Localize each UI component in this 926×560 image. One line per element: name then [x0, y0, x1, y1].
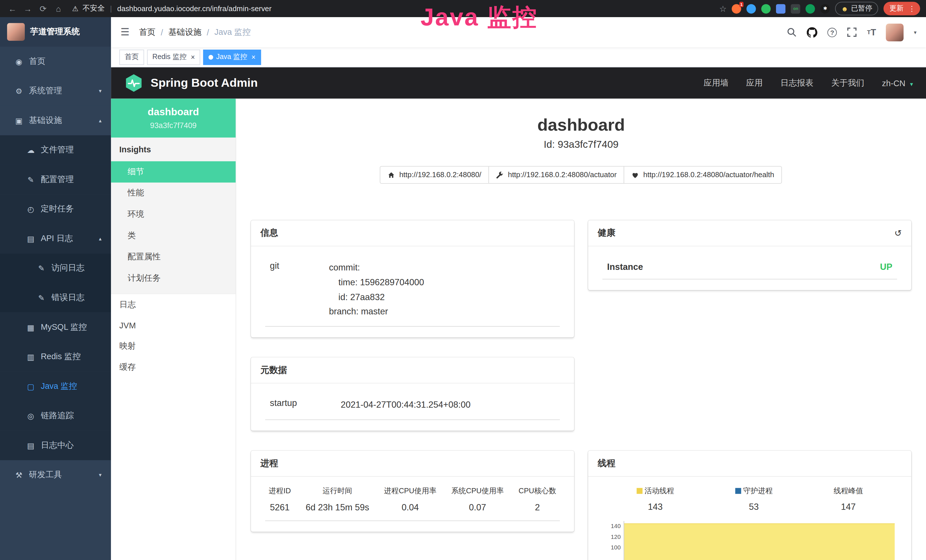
cloud-icon: ☁: [26, 145, 35, 154]
sba-language-select[interactable]: zh-CN ▾: [882, 78, 913, 88]
process-card-header: 进程: [251, 451, 574, 477]
sba-item-mappings[interactable]: 映射: [111, 336, 236, 357]
sba-item-jvm[interactable]: JVM: [111, 316, 236, 336]
sba-item-classes[interactable]: 类: [111, 225, 236, 247]
sidebar-item-system-mgmt[interactable]: ⚙ 系统管理 ▾: [0, 76, 111, 106]
sidebar-item-label: 日志中心: [41, 440, 74, 451]
forward-icon[interactable]: →: [21, 4, 35, 13]
search-icon[interactable]: [787, 27, 797, 37]
fullscreen-icon[interactable]: [847, 27, 857, 37]
sidebar-item-java-monitor[interactable]: ▢ Java 监控: [0, 372, 111, 401]
extension-pin-icon[interactable]: [747, 4, 756, 13]
sba-nav-journal[interactable]: 日志报表: [780, 77, 813, 88]
app-logo-row[interactable]: 芋道管理系统: [0, 17, 111, 47]
home-icon[interactable]: ⌂: [52, 4, 65, 13]
sba-logo-icon[interactable]: [124, 73, 144, 93]
collapse-sidebar-icon[interactable]: ☰: [120, 26, 130, 38]
sba-item-config-props[interactable]: 配置属性: [111, 247, 236, 268]
back-icon[interactable]: ←: [6, 4, 19, 13]
metric-value: 5261: [269, 502, 291, 512]
sidebar-item-redis-monitor[interactable]: ▥ Redis 监控: [0, 342, 111, 372]
extension-badge: 1: [739, 2, 744, 7]
help-icon[interactable]: ?: [828, 27, 837, 37]
sba-item-logs[interactable]: 日志: [111, 294, 236, 316]
sba-instance-header[interactable]: dashboard 93a3fc7f7409: [111, 99, 236, 138]
update-button[interactable]: 更新 ⋮: [884, 2, 920, 15]
sidebar-item-access-logs[interactable]: ✎ 访问日志: [0, 253, 111, 283]
sba-brand-title[interactable]: Spring Boot Admin: [151, 76, 258, 90]
close-icon[interactable]: ×: [191, 53, 195, 61]
process-card-title: 进程: [260, 458, 278, 469]
sidebar-item-dev-tools[interactable]: ⚒ 研发工具 ▾: [0, 460, 111, 490]
tools-icon: ⚒: [14, 471, 24, 479]
sidebar-item-config-mgmt[interactable]: ✎ 配置管理: [0, 165, 111, 195]
sidebar-item-file-mgmt[interactable]: ☁ 文件管理: [0, 135, 111, 165]
metric-label: 进程CPU使用率: [384, 486, 436, 496]
health-url-label: http://192.168.0.2:48080/actuator/health: [643, 171, 774, 179]
extension-evernote-icon[interactable]: [761, 4, 771, 13]
service-url-button[interactable]: http://192.168.0.2:48080/: [380, 166, 489, 184]
close-icon[interactable]: ×: [251, 53, 256, 61]
github-icon[interactable]: [807, 27, 817, 37]
sidebar-item-api-logs[interactable]: ▤ API 日志 ▴: [0, 224, 111, 254]
main-column: ☰ 首页 / 基础设施 / Java 监控 ?: [111, 17, 926, 560]
home-icon: [387, 171, 395, 179]
sba-main: dashboard Id: 93a3fc7f7409 http://192.16…: [236, 99, 926, 560]
tab-redis-monitor[interactable]: Redis 监控 ×: [147, 49, 200, 65]
metric-value: 0.07: [451, 502, 504, 512]
tab-java-monitor[interactable]: Java 监控 ×: [203, 49, 261, 65]
extension-on-icon[interactable]: on: [791, 4, 800, 13]
sba-nav-applications[interactable]: 应用: [746, 77, 763, 88]
browser-actions: ☆ 1 on ✱ ☻ 已暂停 更新 ⋮: [719, 2, 920, 15]
sidebar-item-mysql-monitor[interactable]: ▦ MySQL 监控: [0, 312, 111, 342]
font-size-icon[interactable]: TT: [867, 27, 876, 37]
extension-fox-icon[interactable]: 1: [732, 4, 741, 13]
chevron-down-icon[interactable]: ▾: [914, 29, 916, 35]
browser-menu-icon[interactable]: ⋮: [906, 5, 917, 13]
sidebar-item-home[interactable]: ◉ 首页: [0, 47, 111, 76]
threads-chart: 140 120 100: [602, 521, 897, 560]
sba-instance-id: 93a3fc7f7409: [116, 121, 231, 130]
sba-item-details[interactable]: 细节: [111, 161, 236, 183]
address-bar[interactable]: ⚠ 不安全 | dashboard.yudao.iocoder.cn/infra…: [72, 3, 717, 14]
sba-nav-about[interactable]: 关于我们: [831, 77, 864, 88]
extension-leaf-icon[interactable]: [806, 4, 815, 13]
sidebar: 芋道管理系统 ◉ 首页 ⚙ 系统管理 ▾ ▣ 基础设施 ▴ ☁ 文件管理 ✎: [0, 17, 111, 560]
sba-item-metrics[interactable]: 性能: [111, 183, 236, 204]
sidebar-item-scheduled-tasks[interactable]: ◴ 定时任务: [0, 194, 111, 224]
legend-value: 143: [636, 501, 674, 512]
sba-sidebar: dashboard 93a3fc7f7409 Insights 细节 性能 环境…: [111, 99, 236, 560]
annotation-java-monitor: Java 监控: [421, 1, 537, 34]
sidebar-item-error-logs[interactable]: ✎ 错误日志: [0, 283, 111, 313]
sidebar-item-infrastructure[interactable]: ▣ 基础设施 ▴: [0, 106, 111, 136]
sidebar-item-tracing[interactable]: ◎ 链路追踪: [0, 401, 111, 431]
sba-item-scheduled-tasks[interactable]: 计划任务: [111, 268, 236, 289]
extension-grid-icon[interactable]: [776, 4, 786, 13]
sba-item-environment[interactable]: 环境: [111, 204, 236, 225]
health-url-button[interactable]: http://192.168.0.2:48080/actuator/health: [624, 166, 782, 184]
legend-daemon-threads: 守护进程 53: [735, 486, 773, 512]
extension-paw-icon[interactable]: ✱: [820, 4, 830, 13]
paused-badge[interactable]: ☻ 已暂停: [835, 2, 878, 15]
log-icon: ▤: [26, 441, 35, 450]
bookmark-star-icon[interactable]: ☆: [719, 4, 727, 13]
user-avatar[interactable]: [886, 23, 904, 41]
sidebar-item-label: 首页: [29, 56, 45, 67]
actuator-url-button[interactable]: http://192.168.0.2:48080/actuator: [489, 166, 625, 184]
threads-card-header: 线程: [589, 451, 911, 477]
sba-item-caches[interactable]: 缓存: [111, 357, 236, 378]
history-icon[interactable]: ↺: [894, 228, 902, 238]
metric-value: 2: [519, 502, 556, 512]
instance-label: Instance: [607, 262, 643, 272]
breadcrumb-home[interactable]: 首页: [139, 27, 156, 37]
tab-label: Redis 监控: [152, 52, 186, 62]
metric-label: 进程ID: [269, 486, 291, 496]
reload-icon[interactable]: ⟳: [36, 4, 50, 13]
sba-nav-wall[interactable]: 应用墙: [704, 77, 728, 88]
tab-home[interactable]: 首页: [119, 49, 144, 65]
sidebar-item-log-center[interactable]: ▤ 日志中心: [0, 431, 111, 460]
sidebar-item-label: 文件管理: [41, 145, 74, 155]
breadcrumb-infrastructure[interactable]: 基础设施: [168, 27, 201, 37]
legend-yellow-swatch: [636, 488, 642, 494]
update-label: 更新: [890, 3, 904, 14]
